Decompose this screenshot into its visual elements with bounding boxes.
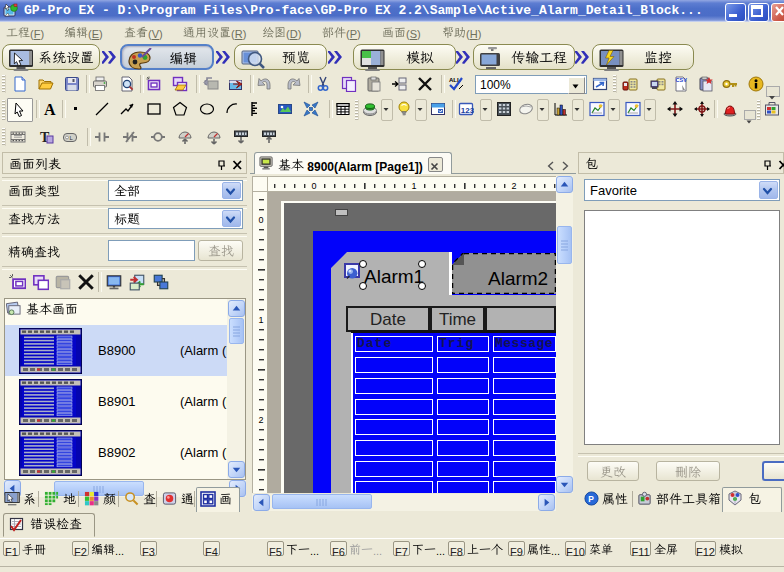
svg-text:P: P bbox=[588, 494, 594, 504]
svg-text:2: 2 bbox=[258, 415, 263, 425]
svg-text:CSV: CSV bbox=[676, 77, 688, 83]
svg-text:123: 123 bbox=[461, 106, 474, 115]
svg-text:2: 2 bbox=[511, 181, 516, 191]
svg-text:0: 0 bbox=[258, 215, 263, 225]
svg-text:A: A bbox=[44, 101, 56, 117]
svg-text:1: 1 bbox=[411, 181, 416, 191]
svg-text:0: 0 bbox=[311, 181, 316, 191]
svg-text:1: 1 bbox=[258, 315, 263, 325]
